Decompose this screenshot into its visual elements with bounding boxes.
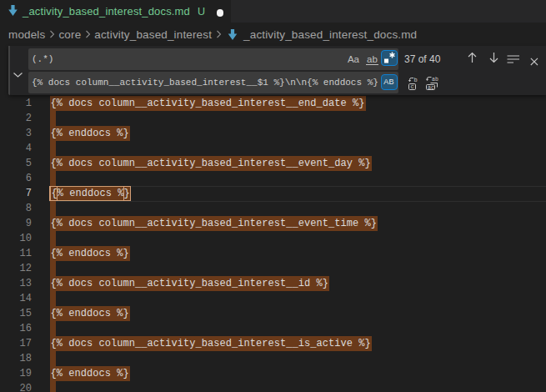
svg-text:b: b	[414, 77, 418, 83]
svg-text:ab: ab	[432, 77, 438, 83]
svg-text:ac: ac	[428, 85, 434, 90]
svg-text:c: c	[411, 83, 414, 90]
